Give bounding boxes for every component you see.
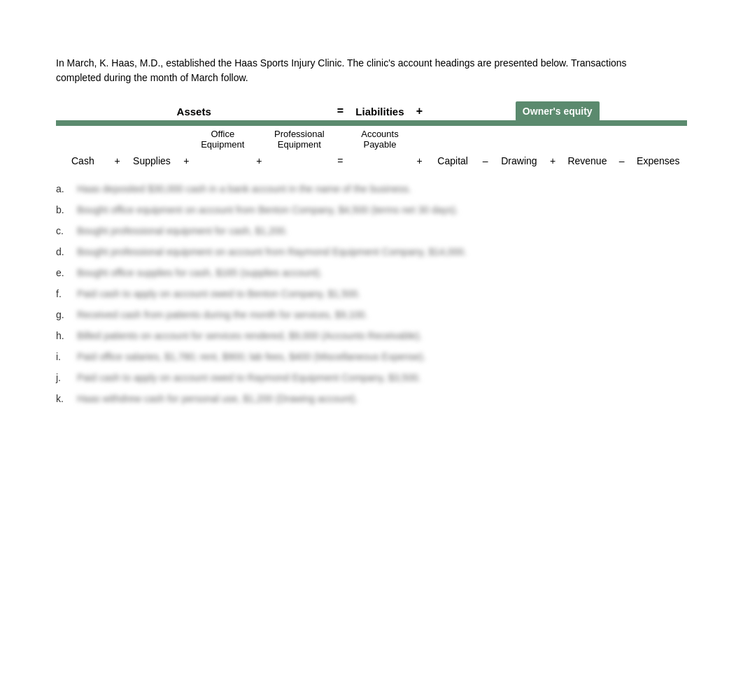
list-item: h. Billed patients on account for servic…: [56, 330, 687, 341]
op-spacer-2: [178, 126, 194, 152]
revenue-label: Revenue: [560, 152, 614, 169]
trans-label-i: i.: [56, 351, 77, 362]
list-item: e. Bought office supplies for cash, $165…: [56, 267, 687, 278]
trans-label-e: e.: [56, 267, 77, 278]
trans-label-h: h.: [56, 330, 77, 341]
office-eq-label-sub: [194, 152, 251, 169]
plus-op-1: +: [110, 152, 125, 169]
green-divider: [56, 120, 687, 126]
trans-text-i: Paid office salaries, $1,780; rent, $900…: [77, 351, 687, 362]
capital-label: Capital: [428, 152, 478, 169]
plus-op-5: +: [545, 152, 560, 169]
list-item: c. Bought professional equipment for cas…: [56, 225, 687, 236]
expenses-label: Expenses: [630, 152, 687, 169]
professional-equipment-header: Professional Equipment: [267, 126, 332, 152]
trans-text-j: Paid cash to apply on account owed to Ra…: [77, 372, 687, 383]
minus-op-1: –: [478, 152, 493, 169]
col-supplies-spacer: [125, 126, 179, 152]
col-cash-spacer: [56, 126, 110, 152]
capital-spacer: [428, 126, 478, 152]
op-spacer-4: [411, 126, 427, 152]
intro-paragraph: In March, K. Haas, M.D., established the…: [56, 56, 672, 85]
minus2-spacer: [614, 126, 630, 152]
op-spacer-3: [251, 126, 267, 152]
cash-label: Cash: [56, 152, 110, 169]
trans-label-k: k.: [56, 393, 77, 404]
list-item: d. Bought professional equipment on acco…: [56, 246, 687, 257]
ap-label-sub: [348, 152, 411, 169]
plus-op-3: +: [251, 152, 267, 169]
list-item: j. Paid cash to apply on account owed to…: [56, 372, 687, 383]
equals-op: =: [332, 152, 348, 169]
expenses-spacer: [630, 126, 687, 152]
trans-text-c: Bought professional equipment for cash, …: [77, 225, 687, 236]
trans-text-k: Haas withdrew cash for personal use, $1,…: [77, 393, 687, 404]
minus-op-2: –: [614, 152, 630, 169]
list-item: k. Haas withdrew cash for personal use, …: [56, 393, 687, 404]
trans-text-f: Paid cash to apply on account owed to Be…: [77, 288, 687, 299]
plus-operator-1: +: [411, 102, 427, 120]
owners-equity-header-cell: Owner's equity: [428, 102, 687, 120]
trans-text-e: Bought office supplies for cash, $165 (s…: [77, 267, 687, 278]
trans-label-a: a.: [56, 183, 77, 194]
trans-text-a: Haas deposited $30,000 cash in a bank ac…: [77, 183, 687, 194]
minus-spacer: [478, 126, 493, 152]
owners-equity-label: Owner's equity: [516, 101, 600, 121]
prof-eq-label-sub: [267, 152, 332, 169]
plus-spacer: [545, 126, 560, 152]
accounts-payable-sub: Accounts Payable: [348, 126, 411, 152]
assets-header: Assets: [56, 102, 332, 120]
revenue-spacer: [560, 126, 614, 152]
trans-text-h: Billed patients on account for services …: [77, 330, 687, 341]
plus-op-2: +: [178, 152, 194, 169]
trans-label-c: c.: [56, 225, 77, 236]
list-item: g. Received cash from patients during th…: [56, 309, 687, 320]
transactions-list: a. Haas deposited $30,000 cash in a bank…: [56, 183, 687, 404]
trans-label-j: j.: [56, 372, 77, 383]
eq-spacer: [332, 126, 348, 152]
liabilities-header: Liabilities: [348, 102, 411, 120]
office-equipment-header: Office Equipment: [194, 126, 251, 152]
accounting-table: Assets = Liabilities + Owner's equity Of…: [56, 102, 687, 169]
list-item: f. Paid cash to apply on account owed to…: [56, 288, 687, 299]
trans-text-b: Bought office equipment on account from …: [77, 204, 687, 215]
drawing-spacer: [493, 126, 546, 152]
trans-label-f: f.: [56, 288, 77, 299]
trans-label-b: b.: [56, 204, 77, 215]
list-item: a. Haas deposited $30,000 cash in a bank…: [56, 183, 687, 194]
trans-label-d: d.: [56, 246, 77, 257]
list-item: b. Bought office equipment on account fr…: [56, 204, 687, 215]
trans-label-g: g.: [56, 309, 77, 320]
supplies-label: Supplies: [125, 152, 179, 169]
trans-text-g: Received cash from patients during the m…: [77, 309, 687, 320]
plus-op-4: +: [411, 152, 427, 169]
green-bar-row: [56, 120, 687, 126]
drawing-label: Drawing: [493, 152, 546, 169]
equals-operator-1: =: [332, 102, 348, 120]
op-spacer-1: [110, 126, 125, 152]
list-item: i. Paid office salaries, $1,780; rent, $…: [56, 351, 687, 362]
trans-text-d: Bought professional equipment on account…: [77, 246, 687, 257]
